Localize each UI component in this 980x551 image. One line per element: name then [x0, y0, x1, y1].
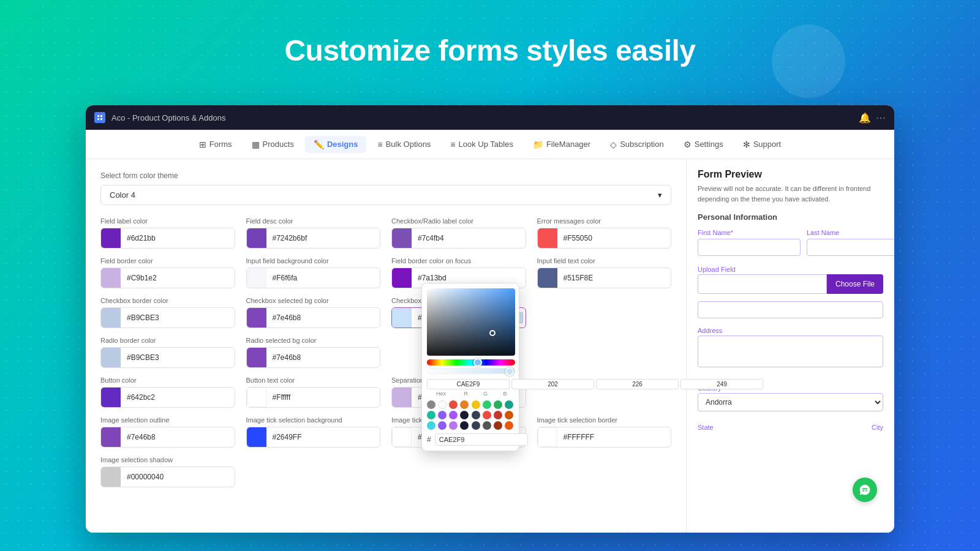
color-swatch-error[interactable]: [538, 228, 557, 248]
color-swatch-checkbox-label[interactable]: [392, 228, 412, 248]
preset-purple[interactable]: [438, 411, 447, 419]
color-swatch-shadow[interactable]: [101, 467, 121, 487]
preset-cyan[interactable]: [427, 421, 435, 430]
input-text-color: Input field text color #515F8E: [537, 257, 672, 288]
color-swatch-checkbox-border[interactable]: [101, 308, 121, 328]
upload-input[interactable]: [698, 274, 827, 294]
first-name-input[interactable]: [698, 239, 801, 256]
theme-dropdown[interactable]: Color 4 ▾: [100, 185, 671, 205]
color-swatch-checkbox-bg[interactable]: [247, 308, 266, 328]
preset-white[interactable]: [438, 400, 447, 409]
rgb-labels: Hex R G B: [427, 391, 514, 397]
app-title: Aco - Product Options & Addons: [111, 113, 225, 122]
color-swatch-img-tick[interactable]: [392, 427, 412, 447]
nav-designs-label: Designs: [327, 140, 358, 149]
color-swatch-img-tick-bg[interactable]: [247, 427, 266, 447]
nav-designs[interactable]: ✏️ Designs: [305, 136, 367, 153]
preset-teal[interactable]: [505, 400, 513, 409]
nav-support[interactable]: ✻ Support: [734, 136, 790, 153]
color-picker-popup: Hex R G B: [421, 283, 519, 451]
form-preview-title: Form Preview: [698, 169, 883, 180]
hue-cursor: [473, 358, 482, 367]
nav-products[interactable]: ▦ Products: [243, 136, 303, 153]
preset-yellow[interactable]: [472, 400, 480, 409]
nav-subscription[interactable]: ◇ Subscription: [601, 136, 673, 153]
hex-text-field[interactable]: [435, 433, 528, 446]
notification-icon[interactable]: 🔔: [859, 112, 871, 124]
color-swatch-button-text[interactable]: [247, 388, 266, 407]
last-name-input[interactable]: [807, 239, 894, 256]
color-swatch-checkbox-tick[interactable]: [392, 308, 412, 328]
preset-orange[interactable]: [460, 400, 469, 409]
preset-violet[interactable]: [449, 411, 458, 419]
chat-icon: [859, 484, 871, 496]
b-input[interactable]: [680, 379, 686, 389]
color-swatch-img-tick-border[interactable]: [538, 427, 557, 447]
preset-turquoise[interactable]: [427, 411, 435, 419]
color-swatch-button[interactable]: [101, 388, 121, 407]
choose-file-button[interactable]: Choose File: [827, 274, 883, 294]
checkbox-border-color: Checkbox border color #B9CBE3: [100, 297, 235, 328]
button-text-color: Button text color #Ffffff: [246, 377, 381, 408]
g-input[interactable]: [596, 379, 679, 389]
radio-border-color: Radio border color #B9CBE3: [100, 337, 235, 368]
r-input[interactable]: [511, 379, 594, 389]
preset-dark-green[interactable]: [494, 400, 502, 409]
nav-forms[interactable]: ⊞ Forms: [190, 136, 241, 153]
field-border-color: Field border color #C9b1e2: [100, 257, 235, 288]
nav-settings[interactable]: ⚙ Settings: [675, 136, 732, 153]
color-swatch-separation[interactable]: [392, 388, 412, 407]
form-preview-note: Preview will not be accurate. It can be …: [698, 184, 883, 204]
color-swatch-field-label[interactable]: [101, 228, 121, 248]
right-panel: Form Preview Preview will not be accurat…: [686, 159, 894, 533]
nav-filemanager[interactable]: 📁 FileManager: [524, 136, 599, 153]
opacity-slider[interactable]: [427, 368, 515, 374]
preset-medium-gray[interactable]: [483, 421, 491, 430]
color-gradient-canvas[interactable]: [427, 288, 515, 356]
color-swatch-radio-border[interactable]: [101, 348, 121, 367]
color-swatch-input-bg[interactable]: [247, 268, 266, 288]
color-swatch-input-text[interactable]: [538, 268, 557, 288]
country-select[interactable]: Andorra: [698, 393, 883, 411]
preset-amber[interactable]: [505, 421, 513, 430]
hue-slider[interactable]: [427, 359, 515, 365]
preset-burnt[interactable]: [505, 411, 513, 419]
address-textarea[interactable]: [698, 335, 883, 367]
state-city-labels: State City: [698, 424, 883, 433]
state-label: State: [698, 424, 714, 431]
preset-crimson[interactable]: [494, 411, 502, 419]
color-swatch-border-focus[interactable]: [392, 268, 412, 288]
preset-slate[interactable]: [472, 421, 480, 430]
nav-bulk-options-label: Bulk Options: [386, 140, 431, 149]
image-tick-border: Image tick selection border #FFFFFF: [537, 416, 672, 448]
color-row-7: Image selection shadow #00000040: [100, 456, 671, 487]
image-selection-outline: Image selection outline #7e46b8: [100, 416, 235, 448]
nav-lookup-tables[interactable]: ≡ Look Up Tables: [442, 136, 522, 153]
preset-gray[interactable]: [427, 400, 435, 409]
preset-lavender[interactable]: [449, 421, 458, 430]
color-swatch-field-desc[interactable]: [247, 228, 266, 248]
empty-field-1: [537, 297, 672, 328]
nav-bulk-options[interactable]: ≡ Bulk Options: [369, 136, 439, 153]
color-swatch-radio-bg[interactable]: [247, 348, 266, 367]
preset-deep[interactable]: [460, 421, 469, 430]
preset-brown[interactable]: [494, 421, 502, 430]
preset-navy[interactable]: [460, 411, 469, 419]
svg-rect-3: [100, 118, 102, 120]
button-color: Button color #642bc2: [100, 377, 235, 408]
preset-dark-gray[interactable]: [472, 411, 480, 419]
preset-red[interactable]: [449, 400, 458, 409]
chat-button[interactable]: [853, 478, 877, 502]
color-swatch-field-border[interactable]: [101, 268, 121, 288]
more-icon[interactable]: ⋯: [876, 112, 886, 124]
preset-red2[interactable]: [483, 411, 491, 419]
nav-subscription-label: Subscription: [620, 140, 664, 149]
color-swatch-img-outline[interactable]: [101, 427, 121, 447]
main-content: Select form color theme Color 4 ▾ Field …: [86, 159, 894, 533]
preset-indigo[interactable]: [438, 421, 447, 430]
hex-input[interactable]: [427, 379, 510, 389]
address-field: Address: [698, 324, 883, 376]
preset-green[interactable]: [483, 400, 491, 409]
field-label-color: Field label color #6d21bb: [100, 217, 235, 249]
phone-input[interactable]: [698, 301, 883, 318]
